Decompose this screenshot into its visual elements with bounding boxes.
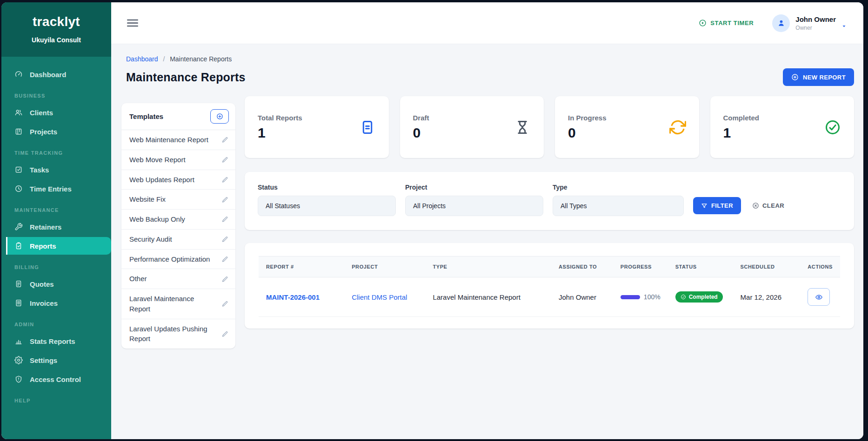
breadcrumb: Dashboard / Maintenance Reports [126,55,854,63]
stat-label: Draft [413,114,429,122]
file-invoice-icon [14,299,23,307]
breadcrumb-current: Maintenance Reports [170,55,232,63]
sidebar-item-label: Tasks [30,166,49,174]
breadcrumb-separator: / [163,55,165,63]
sidebar-item-projects[interactable]: Projects [1,123,111,140]
clear-button[interactable]: CLEAR [752,202,784,209]
status-filter-select[interactable]: All Statuses [258,196,396,216]
stat-label: Completed [723,114,760,122]
new-report-button[interactable]: NEW REPORT [783,68,854,86]
pencil-icon[interactable] [221,236,228,243]
top-header: START TIMER John Owner Owner [111,2,863,44]
type-filter-select[interactable]: All Types [553,196,684,216]
sidebar-item-access-control[interactable]: Access Control [1,370,111,388]
template-item[interactable]: Website Fix [121,190,235,210]
sidebar-item-tasks[interactable]: Tasks [1,161,111,178]
template-item[interactable]: Web Move Report [121,150,235,170]
gauge-icon [14,70,23,79]
wrench-icon [14,223,23,231]
sidebar-section-billing: BILLING [1,256,111,274]
sidebar-item-quotes[interactable]: Quotes [1,275,111,293]
add-template-button[interactable] [210,109,229,124]
start-timer-button[interactable]: START TIMER [699,19,754,27]
template-item[interactable]: Performance Optimization [121,250,235,270]
pencil-icon[interactable] [221,276,228,283]
template-item[interactable]: Laravel Updates Pushing Report [121,319,235,349]
template-label: Web Backup Only [129,214,185,224]
sidebar-item-label: Time Entries [30,185,72,193]
sidebar-item-time-entries[interactable]: Time Entries [1,180,111,197]
user-menu[interactable]: John Owner Owner [772,14,847,32]
user-role: Owner [795,25,836,31]
column-header-scheduled: SCHEDULED [733,257,801,277]
progress-bar [621,295,640,299]
stat-text: Draft 0 [413,114,429,141]
company-name: Ukuyila Consult [8,36,105,44]
sidebar-item-dashboard[interactable]: Dashboard [1,66,111,83]
clear-button-label: CLEAR [762,202,784,209]
sidebar-item-stats-reports[interactable]: Stats Reports [1,332,111,350]
template-label: Laravel Updates Pushing Report [129,324,217,344]
sidebar-item-label: Dashboard [30,71,66,79]
stat-text: In Progress 0 [568,114,607,141]
template-label: Other [129,274,147,284]
template-item[interactable]: Security Audit [121,230,235,250]
column-header-project: PROJECT [344,257,425,277]
filter-bar: Status All Statuses Project All Projects… [245,172,854,230]
view-report-button[interactable] [808,288,830,306]
status-badge-label: Completed [689,294,718,300]
pencil-icon[interactable] [221,256,228,263]
clipboard-check-icon [14,242,23,250]
project-filter-select[interactable]: All Projects [405,196,543,216]
filter-button[interactable]: FILTER [693,197,741,214]
status-filter-group: Status All Statuses [258,184,396,216]
sidebar-section-maintenance: MAINTENANCE [1,199,111,217]
sidebar-item-invoices[interactable]: Invoices [1,294,111,312]
sidebar-item-reports[interactable]: Reports [6,237,111,255]
templates-panel: Templates Web Maintenance Report Web Mov… [121,103,235,349]
project-link[interactable]: Client DMS Portal [352,293,407,301]
sidebar-nav: Dashboard BUSINESS Clients Projects TIME… [1,57,111,439]
template-item[interactable]: Web Backup Only [121,210,235,230]
template-label: Web Move Report [129,155,186,165]
hamburger-menu-icon[interactable] [127,20,138,27]
pencil-icon[interactable] [221,196,228,203]
stat-cards: Total Reports 1 Draft 0 [245,96,854,158]
template-item[interactable]: Web Maintenance Report [121,130,235,150]
file-lines-icon [14,280,23,288]
column-header-type: TYPE [425,257,551,277]
report-number-link[interactable]: MAINT-2026-001 [266,293,320,301]
sidebar-item-clients[interactable]: Clients [1,104,111,121]
pencil-icon[interactable] [221,176,228,183]
template-label: Security Audit [129,234,172,244]
file-icon [359,119,376,136]
pencil-icon[interactable] [221,330,228,337]
column-header-actions: ACTIONS [800,257,840,277]
pencil-icon[interactable] [221,156,228,163]
pencil-icon[interactable] [221,300,228,307]
templates-column: Templates Web Maintenance Report Web Mov… [121,96,235,349]
stat-value: 0 [568,125,607,141]
app-window: tracklyt Ukuyila Consult Dashboard BUSIN… [1,2,863,439]
breadcrumb-dashboard-link[interactable]: Dashboard [126,55,158,63]
stat-label: In Progress [568,114,607,122]
sidebar-item-settings[interactable]: Settings [1,351,111,369]
eye-icon [815,293,823,301]
chevron-down-icon[interactable] [841,24,847,29]
report-type-cell: Laravel Maintenance Report [425,277,551,317]
template-item[interactable]: Other [121,269,235,289]
sidebar-item-label: Quotes [30,280,54,288]
sidebar-item-retainers[interactable]: Retainers [1,218,111,236]
template-item[interactable]: Web Updates Report [121,170,235,190]
stat-value: 1 [258,125,302,141]
pencil-icon[interactable] [221,216,228,223]
hourglass-icon [514,119,531,136]
template-label: Performance Optimization [129,254,210,264]
table-header-row: REPORT # PROJECT TYPE ASSIGNED TO PROGRE… [259,257,840,277]
filter-button-label: FILTER [711,202,733,209]
scheduled-cell: Mar 12, 2026 [733,277,801,317]
template-item[interactable]: Laravel Maintenance Report [121,289,235,319]
user-info: John Owner Owner [795,15,836,31]
pencil-icon[interactable] [221,136,228,143]
sidebar-item-label: Clients [30,109,53,117]
